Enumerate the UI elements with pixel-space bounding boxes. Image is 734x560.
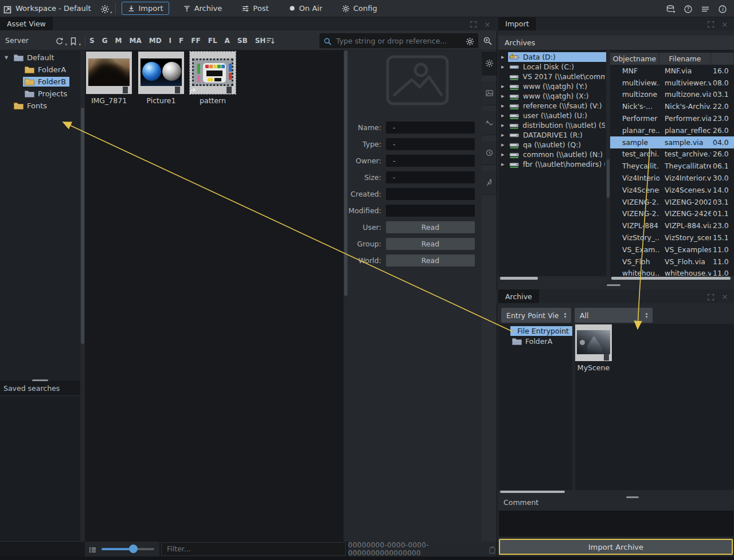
close-panel-icon[interactable] <box>721 18 728 29</box>
drive-item-qa-autlet-q[interactable]: ▶qa (\\autlet) (Q:) <box>498 140 606 150</box>
table-row-viz4interior[interactable]: Viz4InteriorViz4Interior.via30.0 <box>610 172 734 184</box>
maximize-panel-icon[interactable] <box>707 291 715 302</box>
log-icon[interactable] <box>701 3 710 14</box>
drive-item-reference-fsaut-v[interactable]: ▶reference (\\fsaut) (V:) <box>498 101 606 111</box>
worldpermission-button[interactable]: Read <box>386 254 475 267</box>
typevalue-field[interactable]: - <box>386 138 475 150</box>
search-settings-icon[interactable] <box>466 36 474 46</box>
tab-asset-view[interactable]: Asset View <box>0 17 53 30</box>
nav-archive-button[interactable]: Archive <box>177 2 228 15</box>
refresh-server-icon[interactable]: ▾ <box>55 35 64 46</box>
asset-thumbnail-img-7871[interactable]: IMG_7871 <box>86 52 132 105</box>
type-filter-m[interactable]: M <box>115 37 122 45</box>
table-row-performer[interactable]: PerformerPerformer.via23.0 <box>610 112 734 124</box>
info-icon[interactable] <box>718 3 727 14</box>
type-filter-a[interactable]: A <box>225 37 230 45</box>
drive-item-body[interactable]: Data (D:) <box>508 52 606 62</box>
table-row-vizstory[interactable]: VizStory_...VizStory_scen...15.1 <box>610 232 734 244</box>
drive-item-body[interactable]: Local Disk (C:) <box>508 62 606 72</box>
table-row-theycallit[interactable]: Theycallit...Theycallitatre...06.1 <box>610 160 734 172</box>
type-filter-fl[interactable]: FL <box>208 37 217 45</box>
drive-item-distribution-autlet-s[interactable]: ▶distribution (\\autlet) (S: <box>498 120 606 130</box>
actions-tab-icon[interactable] <box>482 171 497 195</box>
nav-onair-button[interactable]: On Air <box>283 2 328 15</box>
column-header-objectname[interactable]: Objectname <box>610 53 659 65</box>
type-filter-dropdown[interactable]: All ▴▾ <box>575 308 653 323</box>
type-filter-sb[interactable]: SB <box>237 37 248 45</box>
column-header-filename[interactable]: Filename <box>659 53 711 65</box>
close-panel-icon[interactable] <box>484 18 491 29</box>
search-detail-icon[interactable] <box>483 35 493 46</box>
drive-item-user-autlet-u[interactable]: ▶user (\\autlet) (U:) <box>498 111 606 120</box>
sort-icon[interactable] <box>266 35 275 46</box>
tree-item-file-entrypoint[interactable]: File Entrypoint <box>498 326 572 336</box>
expand-caret-icon[interactable]: ▶ <box>501 65 508 69</box>
nav-post-button[interactable]: Post <box>236 2 274 15</box>
tree-item-body[interactable]: FolderB <box>23 77 69 87</box>
expand-caret-icon[interactable]: ▶ <box>501 123 508 128</box>
expand-caret-icon[interactable]: ▶ <box>501 162 508 167</box>
nav-import-button[interactable]: Import <box>122 2 169 15</box>
drive-item-common-autlet-n[interactable]: ▶common (\\autlet) (N:) <box>498 150 606 159</box>
drive-item-fbr-autlet-homedirs[interactable]: ▶fbr (\\autlet\homedirs) ( <box>498 159 606 169</box>
bookmark-icon[interactable]: ▾ <box>69 35 78 46</box>
grouppermission-button[interactable]: Read <box>386 238 475 250</box>
tree-item-foldera[interactable]: FolderA <box>0 64 80 76</box>
drive-item-body[interactable]: VS 2017 (\\autlet\comm <box>508 72 606 81</box>
table-row-mnf[interactable]: MNFMNF.via16.0 <box>610 65 734 77</box>
drive-item-body[interactable]: fbr (\\autlet\homedirs) ( <box>508 159 606 169</box>
settings-tab-icon[interactable] <box>482 52 497 76</box>
table-row-vizpl-884[interactable]: VIZPL-884VIZPL-884.via23.0 <box>610 220 734 232</box>
tree-item-body[interactable]: Fonts <box>12 101 50 111</box>
drive-item-body[interactable]: www (\\qatgh) (X:) <box>508 91 606 101</box>
tab-archive[interactable]: Archive <box>498 289 539 303</box>
image-tab-icon[interactable] <box>482 81 497 105</box>
drive-item-data-d[interactable]: ▶Data (D:) <box>498 52 606 62</box>
workspace-settings-icon[interactable]: ▾ <box>100 3 110 14</box>
expand-caret-icon[interactable]: ▶ <box>501 84 508 89</box>
table-row-whitehou[interactable]: whitehou...whitehouse.via11.0 <box>610 268 734 276</box>
expand-caret-icon[interactable]: ▶ <box>501 113 508 118</box>
table-hscrollbar[interactable] <box>610 276 734 281</box>
createdvalue-field[interactable] <box>386 188 475 200</box>
drive-item-vs-2017-autlet-comm[interactable]: VS 2017 (\\autlet\comm <box>498 72 606 81</box>
comment-input[interactable] <box>499 511 733 536</box>
drive-item-datadrive1-r[interactable]: ▶DATADRIVE1 (R:) <box>498 130 606 140</box>
tab-import[interactable]: Import <box>498 17 536 30</box>
expand-caret-icon[interactable]: ▶ <box>501 94 508 99</box>
tree-item-projects[interactable]: Projects <box>0 88 80 100</box>
spinner-arrows-icon[interactable]: ▴▾ <box>559 312 571 319</box>
tree-item-folderb[interactable]: FolderB <box>0 76 80 88</box>
sizevalue-field[interactable]: - <box>386 171 475 183</box>
drive-item-body[interactable]: qa (\\autlet) (Q:) <box>508 140 606 150</box>
tree-item-body[interactable]: File Entrypoint <box>510 326 572 336</box>
drives-hscrollbar[interactable] <box>498 276 606 281</box>
table-row-sample[interactable]: samplesample.via04.0 <box>610 136 734 148</box>
thumbnail-size-slider[interactable] <box>101 548 154 550</box>
drive-item-local-disk-c[interactable]: ▶Local Disk (C:) <box>498 62 606 72</box>
collapse-caret-icon[interactable]: ▼ <box>5 55 12 60</box>
tree-item-body[interactable]: FolderA <box>510 336 556 346</box>
drive-item-body[interactable]: common (\\autlet) (N:) <box>508 150 606 159</box>
type-filter-g[interactable]: G <box>102 37 108 45</box>
type-filter-s[interactable]: S <box>89 37 95 45</box>
type-filter-md[interactable]: MD <box>149 37 162 45</box>
table-row-vs-exam[interactable]: VS_Exam...VS_Examples....11.0 <box>610 244 734 256</box>
ownervalue-field[interactable]: - <box>386 155 475 167</box>
scene-thumbnail-myscene[interactable]: MyScene <box>575 324 612 372</box>
table-row-vizeng-2[interactable]: VIZENG-2...VIZENG-2002...03.1 <box>610 196 734 208</box>
expand-caret-icon[interactable]: ▶ <box>501 152 508 157</box>
expand-caret-icon[interactable]: ▶ <box>501 55 508 60</box>
drive-item-www-qatgh-x[interactable]: ▶www (\\qatgh) (X:) <box>498 91 606 101</box>
expand-caret-icon[interactable]: ▶ <box>501 104 508 108</box>
tree-item-fonts[interactable]: Fonts <box>0 100 80 112</box>
table-row-multiview[interactable]: multiview...multiviewer.via08.0 <box>610 77 734 89</box>
drive-item-www-qatgh-y[interactable]: ▶www (\\qatgh) (Y:) <box>498 81 606 91</box>
drive-item-body[interactable]: reference (\\fsaut) (V:) <box>508 101 606 111</box>
table-row-planar-re[interactable]: planar_re...planar_reflect...26.0 <box>610 124 734 136</box>
panel-resize-handle[interactable] <box>607 284 620 286</box>
filter-input[interactable]: Filter... <box>161 542 346 556</box>
table-row-vs-floh[interactable]: VS_FlohVS_Floh.via11.0 <box>610 256 734 268</box>
maximize-panel-icon[interactable] <box>707 18 715 29</box>
drive-item-body[interactable]: DATADRIVE1 (R:) <box>508 130 606 140</box>
